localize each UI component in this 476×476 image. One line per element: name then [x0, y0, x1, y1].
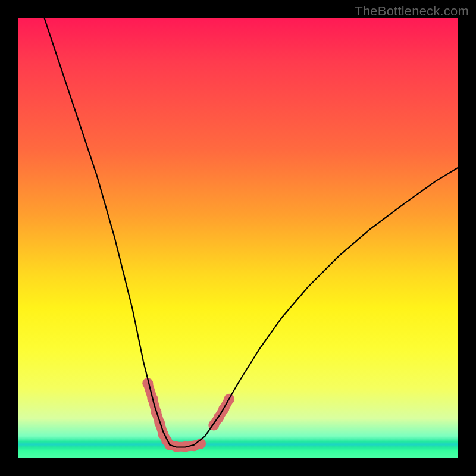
outer-frame: TheBottleneck.com [0, 0, 476, 476]
accent-marker-layer [142, 378, 234, 452]
chart-plot-area [18, 18, 458, 458]
watermark-text: TheBottleneck.com [355, 4, 469, 19]
bottleneck-curve-path [44, 18, 458, 447]
chart-svg [18, 18, 458, 458]
